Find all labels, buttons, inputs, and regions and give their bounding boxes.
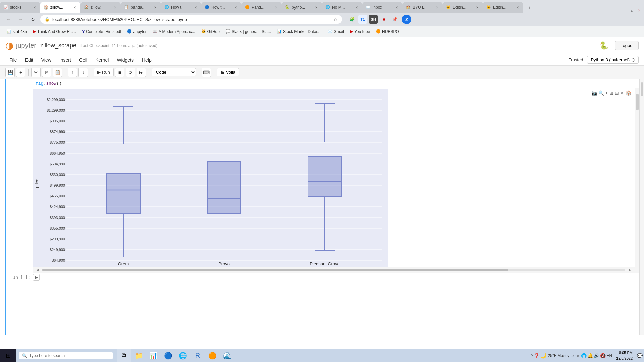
voila-button[interactable]: 🖥 Voilà bbox=[217, 68, 239, 76]
tab-close-edit2[interactable]: ✕ bbox=[515, 6, 520, 9]
tab-zillow2[interactable]: 🏠 zillow... ✕ bbox=[80, 2, 121, 13]
tray-ime-icon[interactable]: EN bbox=[606, 353, 612, 358]
copy-button[interactable]: ⎘ bbox=[42, 68, 51, 77]
tab-close-byu[interactable]: ✕ bbox=[435, 6, 439, 9]
taskbar-search[interactable]: 🔍 Type here to search bbox=[19, 352, 113, 359]
bookmark-stock[interactable]: 📊 Stock Market Datas... bbox=[274, 28, 324, 35]
menu-view[interactable]: View bbox=[37, 55, 55, 65]
url-bar[interactable]: 🔒 localhost:8888/notebooks/HOME%20PROJEC… bbox=[40, 15, 342, 24]
bookmark-thinkgrow[interactable]: ▶ Think And Grow Ric... bbox=[31, 28, 79, 35]
cell-type-selector[interactable]: Code Markdown Raw NBConvert bbox=[152, 68, 196, 76]
plot-plus-icon[interactable]: + bbox=[605, 90, 608, 96]
tray-chevron-icon[interactable]: ^ bbox=[531, 353, 533, 358]
bookmark-modern[interactable]: 📖 A Modern Approac... bbox=[150, 28, 198, 35]
menu-edit[interactable]: Edit bbox=[21, 55, 37, 65]
bookmark-jupyter[interactable]: 🔵 Jupyter bbox=[124, 28, 149, 35]
stop-button[interactable]: ■ bbox=[115, 68, 124, 77]
insert-cell-below-button[interactable]: + bbox=[16, 68, 25, 77]
keyboard-shortcuts-button[interactable]: ⌨ bbox=[202, 68, 211, 77]
tab-close-stocks[interactable]: ✕ bbox=[32, 6, 37, 9]
scrollbar-right-arrow[interactable]: ▶ bbox=[625, 268, 635, 272]
tab-close-how2[interactable]: ✕ bbox=[233, 6, 238, 9]
tab-edit2[interactable]: 🐱 Editin... ✕ bbox=[483, 2, 523, 13]
taskbar-file-explorer[interactable]: 📁 bbox=[131, 349, 146, 362]
move-up-button[interactable]: ↑ bbox=[68, 68, 77, 77]
plot-home-icon[interactable]: 🏠 bbox=[626, 90, 631, 96]
taskbar-browser2[interactable]: 🌐 bbox=[176, 349, 190, 362]
bookmark-hubspot[interactable]: 🟠 HUBSPOT bbox=[373, 28, 404, 35]
tray-mute-icon[interactable]: 🔇 bbox=[600, 353, 606, 358]
tab-close-zillow2[interactable]: ✕ bbox=[113, 6, 117, 9]
menu-kernel[interactable]: Kernel bbox=[91, 55, 113, 65]
back-button[interactable]: ← bbox=[4, 15, 13, 24]
taskbar-r[interactable]: R bbox=[191, 349, 205, 362]
taskbar-edge[interactable]: 🌊 bbox=[220, 349, 234, 362]
plot-compress-icon[interactable]: ⊟ bbox=[615, 90, 619, 96]
pin-icon[interactable]: 📌 bbox=[390, 15, 399, 24]
close-window-button[interactable]: ✕ bbox=[637, 8, 641, 13]
tab-zillow-active[interactable]: 🏠 zillow... ✕ bbox=[40, 2, 80, 13]
tab-close-how1[interactable]: ✕ bbox=[193, 6, 198, 9]
menu-cell[interactable]: Cell bbox=[75, 55, 91, 65]
paste-button[interactable]: 📋 bbox=[53, 68, 62, 77]
bookmark-youtube[interactable]: ▶ YouTube bbox=[347, 28, 373, 35]
tab-close-python[interactable]: ✕ bbox=[314, 6, 319, 9]
profile-button[interactable]: Z bbox=[402, 15, 411, 24]
tab-edit1[interactable]: 🐱 Editin... ✕ bbox=[443, 2, 483, 13]
extensions-button[interactable]: 🧩 bbox=[347, 15, 356, 24]
notebook-scrollbar[interactable] bbox=[639, 79, 644, 335]
tab-stocks[interactable]: 📈 stocks ✕ bbox=[0, 2, 40, 13]
horizontal-scrollbar[interactable]: ◀ ▶ bbox=[33, 267, 635, 273]
vertical-scrollbar[interactable] bbox=[635, 88, 639, 273]
save-button[interactable]: 💾 bbox=[5, 68, 15, 77]
next-cell-step-button[interactable]: ▶ bbox=[33, 274, 40, 281]
menu-file[interactable]: File bbox=[5, 55, 21, 65]
menu-help[interactable]: Help bbox=[138, 55, 156, 65]
tab-close-zillow[interactable]: ✕ bbox=[72, 6, 77, 9]
tab-inbox[interactable]: ✉️ Inbox ✕ bbox=[362, 2, 402, 13]
bookmark-gmail[interactable]: ✉️ Gmail bbox=[325, 28, 347, 35]
tray-question-icon[interactable]: ❓ bbox=[534, 353, 539, 358]
tab-python[interactable]: 🐍 pytho... ✕ bbox=[282, 2, 322, 13]
taskbar-ubuntu[interactable]: 🟠 bbox=[205, 349, 219, 362]
tab-nom[interactable]: 🌐 No M... ✕ bbox=[322, 2, 362, 13]
run-button[interactable]: ▶ Run bbox=[94, 68, 114, 76]
menu-insert[interactable]: Insert bbox=[55, 55, 75, 65]
tab-close-edit1[interactable]: ✕ bbox=[475, 6, 480, 9]
tray-weather-icon[interactable]: 🌙 bbox=[540, 352, 547, 359]
translate-icon[interactable]: T1 bbox=[358, 15, 367, 24]
red-ext-icon[interactable]: ● bbox=[380, 15, 388, 24]
plot-camera-icon[interactable]: 📷 bbox=[591, 90, 597, 96]
action-center-button[interactable]: 💬 bbox=[635, 349, 644, 362]
bookmark-github[interactable]: 🐱 GitHub bbox=[199, 28, 222, 35]
logout-button[interactable]: Logout bbox=[615, 41, 639, 50]
cut-button[interactable]: ✂ bbox=[31, 68, 41, 77]
tab-pandas[interactable]: 📋 panda... ✕ bbox=[121, 2, 161, 13]
tab-byu[interactable]: 🏫 BYU L... ✕ bbox=[402, 2, 443, 13]
tray-notification-icon[interactable]: 🔔 bbox=[587, 353, 593, 358]
tab-close-panda2[interactable]: ✕ bbox=[274, 6, 278, 9]
bookmark-slack[interactable]: 💬 Slack | general | Sta... bbox=[223, 28, 274, 35]
more-options-button[interactable]: ⋮ bbox=[417, 17, 421, 22]
maximize-button[interactable]: □ bbox=[630, 8, 635, 13]
bookmark-stat435[interactable]: 📊 stat 435 bbox=[4, 28, 30, 35]
plot-zoom-icon[interactable]: 🔍 bbox=[598, 90, 604, 96]
taskbar-chrome[interactable]: 🔵 bbox=[161, 349, 175, 362]
tray-network-icon[interactable]: 🌐 bbox=[581, 353, 587, 358]
tray-speaker-icon[interactable]: 🔊 bbox=[594, 353, 599, 358]
move-down-button[interactable]: ↓ bbox=[78, 68, 88, 77]
start-button[interactable]: ⊞ bbox=[0, 349, 16, 362]
taskbar-excel[interactable]: 📊 bbox=[146, 349, 160, 362]
reload-button[interactable]: ↻ bbox=[28, 15, 38, 24]
restart-run-all-button[interactable]: ⏭ bbox=[137, 68, 146, 77]
taskbar-task-view[interactable]: ⧉ bbox=[117, 349, 131, 362]
menu-widgets[interactable]: Widgets bbox=[113, 55, 138, 65]
tab-panda2[interactable]: 🟠 Pand... ✕ bbox=[241, 2, 282, 13]
taskbar-clock[interactable]: 8:05 PM 12/8/2022 bbox=[613, 350, 635, 361]
notebook-name[interactable]: zillow_scrape bbox=[40, 42, 76, 49]
tab-close-nom[interactable]: ✕ bbox=[354, 6, 359, 9]
tab-how1[interactable]: 🌐 How t... ✕ bbox=[161, 2, 201, 13]
bookmark-star-icon[interactable]: ☆ bbox=[333, 17, 338, 22]
forward-button[interactable]: → bbox=[16, 15, 25, 24]
restart-button[interactable]: ↺ bbox=[126, 68, 135, 77]
